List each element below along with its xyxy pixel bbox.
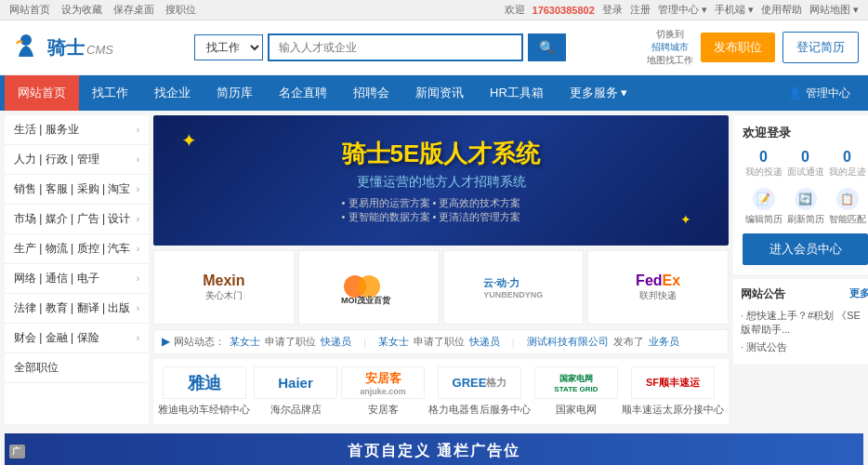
brand-name: 国家电网: [556, 403, 597, 417]
brand-gree[interactable]: GREE 格力 格力电器售后服务中心: [428, 366, 531, 417]
sidebar-item-life[interactable]: 生活 | 服务业 ›: [5, 115, 149, 145]
activity-item-2[interactable]: 某女士: [378, 335, 409, 349]
sidebar-item-label: 销售 | 客服 | 采购 | 淘宝: [14, 181, 130, 197]
sidebar-item-label: 财会 | 金融 | 保险: [14, 330, 99, 346]
nav-item-fair[interactable]: 招聘会: [340, 75, 402, 111]
brand-logo: SF顺丰速运: [631, 366, 715, 399]
stat-footprints: 0 我的足迹: [829, 149, 866, 179]
nav-item-topcompany[interactable]: 名企直聘: [266, 75, 340, 111]
admin-icon: 👤: [788, 86, 802, 100]
location-switcher[interactable]: 切换到 招聘城市 地图找工作: [647, 28, 693, 67]
sidebar-item-label: 生活 | 服务业: [14, 122, 79, 138]
post-job-button[interactable]: 发布职位: [701, 33, 775, 62]
header-right: 切换到 招聘城市 地图找工作 发布职位 登记简历: [647, 28, 859, 67]
nav-item-hr[interactable]: HR工具箱: [477, 75, 557, 111]
nav-desktop-link[interactable]: 保存桌面: [113, 3, 154, 17]
nav-item-news[interactable]: 新闻资讯: [402, 75, 477, 111]
help-link[interactable]: 使用帮助: [761, 3, 802, 17]
top-bar: 网站首页 设为收藏 保存桌面 搜职位 欢迎 17630385802 登录 注册 …: [0, 0, 868, 20]
arrow-icon: ›: [137, 244, 139, 254]
register-resume-button[interactable]: 登记简历: [783, 32, 859, 63]
action-smart-match[interactable]: 📋 智能匹配: [829, 188, 866, 226]
activity-item-3[interactable]: 测试科技有限公司: [527, 335, 609, 349]
sidebar-item-label: 市场 | 媒介 | 广告 | 设计: [14, 211, 130, 227]
stat-interviews: 0 面试通道: [787, 149, 824, 179]
nav-search-link[interactable]: 搜职位: [165, 3, 196, 17]
nav-item-home[interactable]: 网站首页: [5, 75, 79, 111]
brand-anjuke[interactable]: 安居客 anjuke.com 安居客: [341, 366, 425, 417]
activity-job-2[interactable]: 快递员: [469, 335, 500, 349]
sidebar-item-internet[interactable]: 网络 | 通信 | 电子 ›: [5, 264, 149, 294]
login-title: 欢迎登录: [743, 125, 868, 141]
sidebar-item-marketing[interactable]: 市场 | 媒介 | 广告 | 设计 ›: [5, 205, 149, 234]
mobile-link[interactable]: 手机端 ▾: [715, 3, 754, 17]
activity-text-2: 申请了职位: [414, 335, 465, 349]
brand-yadi[interactable]: 雅迪 雅迪电动车经销中心: [158, 366, 250, 417]
login-link[interactable]: 登录: [602, 3, 623, 17]
star-decoration: ✦: [181, 129, 197, 152]
sidebar-item-legal[interactable]: 法律 | 教育 | 翻译 | 出版 ›: [5, 294, 149, 324]
logo-cms: CMS: [86, 43, 113, 57]
stat-label: 面试通道: [787, 166, 824, 179]
svg-point-0: [20, 34, 32, 46]
activity-text-3: 发布了: [613, 335, 644, 349]
search-button[interactable]: 🔍: [528, 33, 566, 61]
nav-item-companies[interactable]: 找企业: [141, 75, 204, 111]
brand-state-grid[interactable]: 国家电网 STATE GRID 国家电网: [534, 366, 618, 417]
brand-haier[interactable]: Haier 海尔品牌店: [254, 366, 337, 417]
stat-num: 0: [829, 149, 866, 166]
admin-label: 管理中心: [806, 86, 850, 101]
ad-tag: 广: [9, 445, 25, 458]
enter-member-center-button[interactable]: 进入会员中心: [743, 233, 868, 265]
nav-item-resume[interactable]: 简历库: [204, 75, 266, 111]
activity-icon: ▶: [162, 336, 169, 348]
sidebar-item-alljobs[interactable]: 全部职位: [5, 353, 149, 383]
top-bar-right: 欢迎 17630385802 登录 注册 管理中心 ▾ 手机端 ▾ 使用帮助 网…: [505, 3, 859, 17]
admin-link[interactable]: 管理中心 ▾: [658, 3, 707, 17]
search-input[interactable]: [268, 33, 523, 61]
brand-logo: 国家电网 STATE GRID: [534, 366, 618, 399]
svg-text:MOI茂业百货: MOI茂业百货: [341, 296, 391, 305]
notice-item-2[interactable]: 测试公告: [741, 339, 868, 356]
notice-box: 网站公告 更多 想快速上手？#积划 《SE版帮助手... 测试公告: [733, 279, 868, 364]
banner-bullets: • 更易用的运营方案 • 更高效的技术方案 • 更智能的数据方案 • 更清洁的管…: [342, 196, 541, 224]
action-edit-resume[interactable]: 📝 编辑简历: [745, 188, 783, 226]
welcome-text: 欢迎: [505, 3, 525, 17]
partner-mexin[interactable]: Mexin 美心木门: [153, 250, 295, 325]
sidebar-item-production[interactable]: 生产 | 物流 | 质控 | 汽车 ›: [5, 234, 149, 264]
nav-admin-center[interactable]: 👤 管理中心: [775, 76, 863, 111]
partner-moi[interactable]: MOI茂业百货: [298, 250, 440, 325]
brand-logos-row: 雅迪 雅迪电动车经销中心 Haier 海尔品牌店 安居客 anjuke.com …: [153, 359, 729, 424]
header: 骑士 CMS 找工作 🔍 切换到 招聘城市 地图找工作 发布职位 登记简历: [0, 20, 868, 75]
action-refresh-resume[interactable]: 🔄 刷新简历: [787, 188, 824, 226]
notice-header: 网站公告 更多: [741, 286, 868, 302]
activity-label: 网站动态：: [174, 335, 225, 349]
sitemap-link[interactable]: 网站地图 ▾: [809, 3, 859, 17]
ad-banner[interactable]: 广 首页自定义 通栏广告位: [5, 433, 863, 465]
nav-item-more[interactable]: 更多服务 ▾: [557, 75, 641, 111]
notice-item-1[interactable]: 想快速上手？#积划 《SE版帮助手...: [741, 307, 868, 339]
sidebar-item-sales[interactable]: 销售 | 客服 | 采购 | 淘宝 ›: [5, 175, 149, 205]
register-link[interactable]: 注册: [630, 3, 651, 17]
star-decoration-2: ✦: [680, 212, 691, 227]
activity-job-1[interactable]: 快递员: [321, 335, 351, 349]
notice-more-link[interactable]: 更多: [849, 286, 868, 302]
sidebar-item-hr[interactable]: 人力 | 行政 | 管理 ›: [5, 145, 149, 175]
partner-fedex[interactable]: FedEx 联邦快递: [587, 250, 729, 325]
sidebar-item-finance[interactable]: 财会 | 金融 | 保险 ›: [5, 324, 149, 353]
main-banner[interactable]: ✦ 骑士5E版人才系统 更懂运营的地方人才招聘系统 • 更易用的运营方案 • 更…: [153, 115, 729, 246]
partner-yun[interactable]: 云·动·力 YUNBENDYNG: [443, 250, 585, 325]
activity-item-1[interactable]: 某女士: [230, 335, 260, 349]
nav-home-link[interactable]: 网站首页: [9, 3, 50, 17]
search-type-select[interactable]: 找工作: [194, 34, 263, 60]
svg-point-2: [358, 275, 380, 298]
nav-item-jobs[interactable]: 找工作: [79, 75, 141, 111]
notice-title-text: 网站公告: [741, 286, 785, 302]
arrow-icon: ›: [137, 214, 139, 224]
brand-logo: GREE 格力: [438, 366, 521, 399]
activity-job-3[interactable]: 业务员: [649, 335, 679, 349]
brand-sf[interactable]: SF顺丰速运 顺丰速运太原分接中心: [622, 366, 724, 417]
nav-favorite-link[interactable]: 设为收藏: [61, 3, 102, 17]
partner-name: 美心木门: [205, 289, 243, 302]
login-stats: 0 我的投递 0 面试通道 0 我的足迹: [743, 149, 868, 179]
